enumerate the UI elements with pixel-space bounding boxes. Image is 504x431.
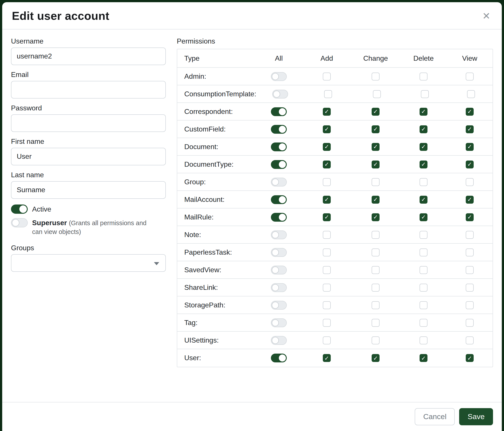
permission-delete-checkbox[interactable] — [420, 301, 427, 309]
permission-add-checkbox[interactable] — [323, 266, 331, 274]
permission-change-checkbox[interactable] — [372, 336, 379, 344]
permission-all-toggle[interactable] — [271, 230, 287, 239]
permission-delete-checkbox[interactable] — [421, 90, 429, 98]
permission-view-checkbox[interactable] — [466, 248, 474, 256]
cancel-button[interactable]: Cancel — [415, 408, 455, 425]
permission-add-checkbox[interactable] — [323, 178, 331, 186]
permission-all-toggle[interactable] — [271, 142, 287, 151]
permission-add-checkbox[interactable]: ✓ — [323, 354, 331, 362]
permission-change-checkbox[interactable] — [372, 283, 379, 291]
permission-all-toggle[interactable] — [271, 336, 287, 345]
permission-add-checkbox[interactable] — [323, 72, 331, 80]
permission-all-toggle[interactable] — [271, 107, 287, 116]
permission-change-checkbox[interactable]: ✓ — [372, 108, 379, 116]
permission-all-toggle[interactable] — [271, 318, 287, 327]
permission-add-checkbox[interactable]: ✓ — [323, 108, 331, 116]
password-input[interactable] — [11, 114, 166, 132]
permission-all-toggle[interactable] — [272, 90, 288, 98]
permission-all-toggle[interactable] — [271, 178, 287, 186]
permission-change-checkbox[interactable]: ✓ — [372, 143, 379, 151]
permission-all-toggle[interactable] — [271, 125, 287, 134]
permission-view-checkbox[interactable]: ✓ — [466, 160, 474, 168]
permission-view-checkbox[interactable]: ✓ — [466, 213, 474, 221]
email-input[interactable] — [11, 81, 166, 99]
permission-all-cell — [255, 125, 303, 134]
permission-delete-checkbox[interactable] — [420, 72, 427, 80]
last-name-input[interactable] — [11, 181, 166, 199]
permission-change-checkbox[interactable]: ✓ — [372, 196, 379, 203]
permission-add-checkbox[interactable]: ✓ — [323, 213, 331, 221]
superuser-toggle[interactable] — [11, 218, 28, 227]
permission-view-checkbox[interactable]: ✓ — [466, 354, 474, 362]
permission-view-checkbox[interactable]: ✓ — [466, 125, 474, 133]
permission-all-toggle[interactable] — [271, 195, 287, 204]
permission-view-checkbox[interactable] — [466, 231, 474, 239]
permission-view-checkbox[interactable] — [466, 72, 474, 80]
permission-all-toggle[interactable] — [271, 265, 287, 274]
permission-add-checkbox[interactable] — [323, 336, 331, 344]
permission-change-checkbox[interactable] — [372, 266, 379, 274]
permission-delete-checkbox[interactable] — [420, 178, 427, 186]
permission-change-checkbox[interactable] — [372, 231, 379, 239]
permission-delete-checkbox[interactable]: ✓ — [420, 125, 427, 133]
permission-view-checkbox[interactable] — [467, 90, 475, 98]
permission-change-checkbox[interactable] — [372, 319, 379, 327]
permission-change-checkbox[interactable] — [372, 248, 379, 256]
permission-view-checkbox[interactable] — [466, 178, 474, 186]
permission-change-checkbox[interactable]: ✓ — [372, 160, 379, 168]
permission-all-toggle[interactable] — [271, 213, 287, 221]
groups-select[interactable] — [11, 254, 166, 272]
permission-add-checkbox[interactable] — [323, 301, 331, 309]
permission-delete-checkbox[interactable]: ✓ — [420, 108, 427, 116]
permission-delete-checkbox[interactable] — [420, 231, 427, 239]
permission-delete-checkbox[interactable]: ✓ — [420, 160, 427, 168]
permission-view-checkbox[interactable]: ✓ — [466, 108, 474, 116]
permission-all-toggle[interactable] — [271, 248, 287, 257]
permission-all-cell — [255, 283, 303, 292]
permission-add-checkbox[interactable] — [323, 283, 331, 291]
permission-add-checkbox[interactable] — [323, 248, 331, 256]
close-icon[interactable]: ✕ — [480, 10, 492, 22]
permission-add-checkbox[interactable]: ✓ — [323, 143, 331, 151]
permission-change-checkbox[interactable] — [373, 90, 381, 98]
permission-delete-checkbox[interactable] — [420, 319, 427, 327]
permission-all-toggle[interactable] — [271, 72, 287, 81]
permission-change-checkbox[interactable]: ✓ — [372, 213, 379, 221]
permission-add-checkbox[interactable] — [323, 319, 331, 327]
permission-view-checkbox[interactable] — [466, 283, 474, 291]
username-input[interactable] — [11, 47, 166, 65]
permission-view-checkbox[interactable] — [466, 336, 474, 344]
permission-all-toggle[interactable] — [271, 354, 287, 362]
permission-all-toggle[interactable] — [271, 301, 287, 309]
permission-add-checkbox[interactable]: ✓ — [323, 125, 331, 133]
first-name-input[interactable] — [11, 148, 166, 165]
active-toggle[interactable] — [11, 205, 28, 214]
save-button[interactable]: Save — [459, 408, 493, 425]
permission-delete-cell — [400, 231, 447, 239]
permission-change-checkbox[interactable] — [372, 72, 379, 80]
permission-delete-checkbox[interactable]: ✓ — [420, 196, 427, 203]
permission-add-checkbox[interactable]: ✓ — [323, 196, 331, 203]
permission-add-checkbox[interactable]: ✓ — [323, 160, 331, 168]
permission-row: DocumentType:✓✓✓✓ — [177, 156, 493, 173]
permission-delete-checkbox[interactable] — [420, 336, 427, 344]
permission-change-checkbox[interactable] — [372, 301, 379, 309]
permission-change-checkbox[interactable]: ✓ — [372, 125, 379, 133]
permission-change-checkbox[interactable]: ✓ — [372, 354, 379, 362]
permission-delete-checkbox[interactable] — [420, 248, 427, 256]
permission-all-toggle[interactable] — [271, 160, 287, 169]
permission-delete-checkbox[interactable] — [420, 283, 427, 291]
permission-delete-checkbox[interactable]: ✓ — [420, 143, 427, 151]
permission-add-checkbox[interactable] — [324, 90, 332, 98]
permission-view-checkbox[interactable] — [466, 266, 474, 274]
permission-add-checkbox[interactable] — [323, 231, 331, 239]
permission-view-checkbox[interactable] — [466, 301, 474, 309]
permission-delete-checkbox[interactable]: ✓ — [420, 354, 427, 362]
permission-view-checkbox[interactable] — [466, 319, 474, 327]
permission-all-toggle[interactable] — [271, 283, 287, 292]
permission-view-checkbox[interactable]: ✓ — [466, 143, 474, 151]
permission-delete-checkbox[interactable]: ✓ — [420, 213, 427, 221]
permission-delete-checkbox[interactable] — [420, 266, 427, 274]
permission-view-checkbox[interactable]: ✓ — [466, 196, 474, 203]
permission-change-checkbox[interactable] — [372, 178, 379, 186]
